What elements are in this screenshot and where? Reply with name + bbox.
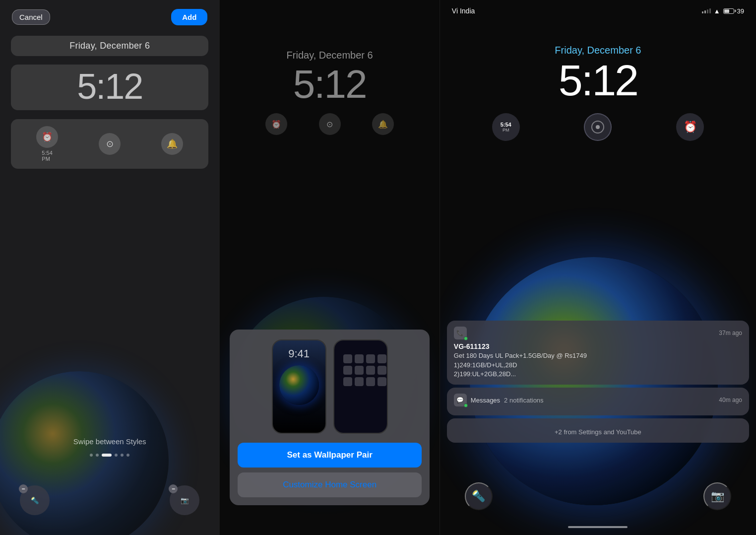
widgets-row-3: 5:54 PM ⏰ xyxy=(460,113,736,141)
notif-app-row-1: 📞 xyxy=(454,327,467,339)
home-icon-9 xyxy=(343,377,352,386)
notification-messages[interactable]: 💬 Messages 2 notifications 40m ago xyxy=(447,388,749,415)
clock-widget-time: 5:54 PM xyxy=(42,150,52,162)
battery-icon xyxy=(723,8,734,14)
notif-body-1: Get 180 Days UL Pack+1.5GB/Day @ Rs17491… xyxy=(454,351,742,379)
messages-count: 2 notifications xyxy=(504,397,544,404)
wallpaper-action-sheet: 9:41 xyxy=(230,330,429,505)
signal-bar-2 xyxy=(704,10,706,13)
more-notifications-label: +2 from Settings and YouTube xyxy=(454,424,742,437)
p3-target-widget[interactable] xyxy=(584,113,612,141)
customize-home-screen-button[interactable]: Customize Home Screen xyxy=(238,472,421,497)
target-inner xyxy=(591,121,604,134)
notification-vg[interactable]: 📞 37m ago VG-611123 Get 180 Days UL Pack… xyxy=(447,321,749,385)
dot-1 xyxy=(90,454,93,457)
dot-6 xyxy=(126,454,129,457)
home-icon-3 xyxy=(366,354,375,363)
target-dot xyxy=(596,125,600,129)
flashlight-icon: 🔦 xyxy=(31,497,39,504)
dot-4 xyxy=(115,454,118,457)
add-button[interactable]: Add xyxy=(171,9,207,25)
p2-clock-icon: ⏰ xyxy=(265,113,287,135)
status-icons: ▲ 39 xyxy=(702,7,744,15)
notification-more[interactable]: +2 from Settings and YouTube xyxy=(447,418,749,443)
homescreen-inner xyxy=(334,340,387,433)
set-wallpaper-pair-button[interactable]: Set as Wallpaper Pair xyxy=(238,443,421,468)
home-indicator xyxy=(568,526,628,528)
signal-bar-4 xyxy=(709,8,711,13)
messages-app-name: Messages xyxy=(471,397,500,404)
topbar: Cancel Add xyxy=(0,9,219,25)
home-icon-2 xyxy=(355,354,364,363)
notifications-area: 📞 37m ago VG-611123 Get 180 Days UL Pack… xyxy=(447,321,749,446)
home-icon-4 xyxy=(378,354,386,363)
flashlight-icon-3: 🔦 xyxy=(472,490,485,503)
flashlight-button-3[interactable]: 🔦 xyxy=(465,482,493,510)
home-icon-5 xyxy=(343,366,352,375)
signal-bar-1 xyxy=(702,11,703,13)
p2-camera-icon: ⊙ xyxy=(319,113,341,135)
panel-lockscreen: Vi India ▲ 39 Friday, December 6 5:12 5:… xyxy=(440,0,756,535)
signal-bar-3 xyxy=(707,9,708,13)
camera-icon: 📷 xyxy=(181,497,189,504)
home-icon-8 xyxy=(378,366,386,375)
date-text-3: Friday, December 6 xyxy=(440,45,756,56)
notif-app-icon-2: 💬 xyxy=(454,394,467,406)
date-widget[interactable]: Friday, December 6 xyxy=(11,36,208,56)
phone-icon: 📞 xyxy=(456,330,464,336)
time-text-2: 5:12 xyxy=(220,65,439,104)
panel-wallpaper-dialog: Friday, December 6 5:12 ⏰ ⊙ 🔔 9:41 xyxy=(220,0,439,535)
style-dots xyxy=(0,454,219,457)
battery-level: 39 xyxy=(737,7,744,15)
flashlight-button[interactable]: − 🔦 xyxy=(20,485,50,515)
camera-button-3[interactable]: 📷 xyxy=(703,482,731,510)
dot-5 xyxy=(121,454,124,457)
panel-wallpaper-edit: Cancel Add Friday, December 6 5:12 ⏰ 5:5… xyxy=(0,0,219,535)
notif-header-1: 📞 37m ago xyxy=(454,327,742,339)
green-dot-1 xyxy=(464,336,468,340)
green-dot-2 xyxy=(464,403,468,407)
date-text-2: Friday, December 6 xyxy=(220,50,439,61)
camera-button[interactable]: − 📷 xyxy=(170,485,199,515)
mock-earth xyxy=(279,365,319,405)
wifi-icon: ▲ xyxy=(714,7,720,15)
dot-3-active xyxy=(102,454,112,457)
signal-icon xyxy=(702,8,711,13)
camera-icon-3: 📷 xyxy=(711,490,724,503)
time-text-3: 5:12 xyxy=(440,59,756,102)
remove-flashlight-badge: − xyxy=(19,484,28,493)
camera-widget-icon: ⊙ xyxy=(99,133,121,155)
notif-app-row-2: 💬 Messages 2 notifications xyxy=(454,394,544,406)
mock-lockscreen-time: 9:41 xyxy=(288,347,310,360)
time-widget[interactable]: 5:12 xyxy=(11,65,208,110)
clock-widget[interactable]: ⏰ 5:54 PM xyxy=(36,126,58,162)
notif-title-1: VG-611123 xyxy=(454,342,742,350)
p3-clock-widget[interactable]: 5:54 PM xyxy=(492,113,520,141)
notif-header-2: 💬 Messages 2 notifications 40m ago xyxy=(454,394,742,406)
alarm-widget-icon: 🔔 xyxy=(161,133,183,155)
phone-preview-row: 9:41 xyxy=(238,339,421,434)
lockscreen-mockup: 9:41 xyxy=(272,339,326,434)
home-icon-12 xyxy=(378,377,386,386)
time-text: 5:12 xyxy=(77,67,142,106)
home-icon-grid xyxy=(338,344,383,391)
swipe-label: Swipe between Styles xyxy=(0,437,219,446)
home-icon-11 xyxy=(366,377,375,386)
home-icon-6 xyxy=(355,366,364,375)
p3-widget-time: 5:54 xyxy=(501,122,511,128)
bottom-controls: − 🔦 − 📷 xyxy=(0,485,219,515)
p3-alarm-widget[interactable]: ⏰ xyxy=(676,113,704,141)
camera-widget[interactable]: ⊙ xyxy=(99,133,121,155)
notif-time-1: 37m ago xyxy=(719,330,742,336)
remove-camera-badge: − xyxy=(169,484,178,493)
home-icon-10 xyxy=(355,377,364,386)
alarm-icon: ⏰ xyxy=(684,121,697,134)
status-bar: Vi India ▲ 39 xyxy=(440,7,756,15)
p3-widget-ampm: PM xyxy=(503,128,509,133)
home-icon-1 xyxy=(343,354,352,363)
date-text: Friday, December 6 xyxy=(69,41,150,51)
homescreen-mockup xyxy=(333,339,388,434)
cancel-button[interactable]: Cancel xyxy=(12,9,50,25)
alarm-widget[interactable]: 🔔 xyxy=(161,133,183,155)
battery-fill xyxy=(724,9,730,13)
